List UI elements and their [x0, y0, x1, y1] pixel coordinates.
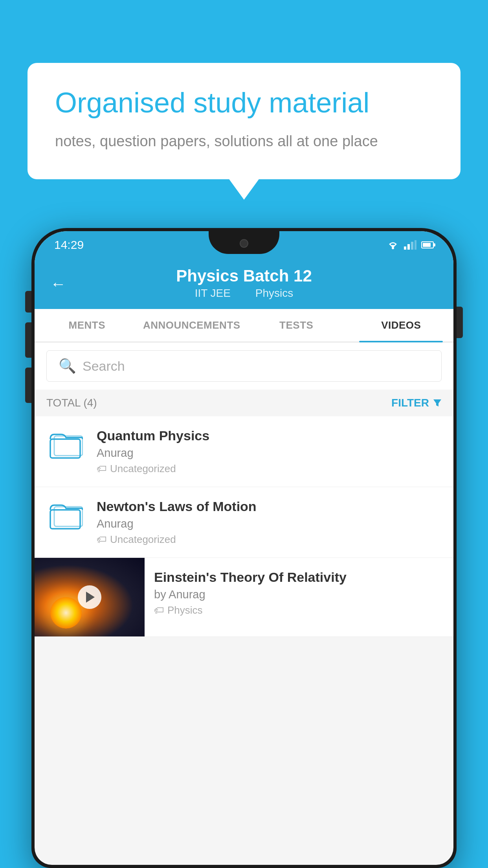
tag-label: Uncategorized — [110, 463, 176, 475]
tab-announcements[interactable]: ANNOUNCEMENTS — [139, 309, 244, 342]
video-author: Anurag — [97, 447, 442, 460]
folder-icon — [50, 430, 83, 459]
volume-down-button — [25, 368, 31, 403]
filter-button[interactable]: FILTER — [391, 397, 442, 409]
folder-icon-wrapper — [46, 428, 86, 459]
play-icon — [86, 592, 95, 603]
thumbnail-glow — [50, 597, 82, 629]
video-tag: 🏷 Physics — [154, 604, 446, 616]
total-count: TOTAL (4) — [46, 397, 97, 409]
svg-rect-4 — [415, 240, 416, 250]
batch-title: Physics Batch 12 — [176, 267, 312, 285]
video-info: Quantum Physics Anurag 🏷 Uncategorized — [97, 428, 442, 475]
tab-tests[interactable]: TESTS — [244, 309, 349, 342]
tab-videos[interactable]: VIDEOS — [349, 309, 454, 342]
tag-label: Uncategorized — [110, 533, 176, 546]
search-placeholder: Search — [83, 359, 125, 374]
speech-bubble: Organised study material notes, question… — [28, 63, 460, 179]
video-thumbnail — [35, 558, 145, 636]
wifi-icon — [387, 240, 399, 250]
filter-bar: TOTAL (4) FILTER — [35, 390, 453, 416]
bubble-subtitle: notes, question papers, solutions all at… — [55, 131, 433, 152]
promo-section: Organised study material notes, question… — [28, 63, 460, 179]
battery-icon — [421, 241, 434, 248]
filter-label: FILTER — [391, 397, 429, 409]
list-item[interactable]: Newton's Laws of Motion Anurag 🏷 Uncateg… — [35, 487, 453, 558]
video-title: Einstein's Theory Of Relativity — [154, 570, 446, 585]
svg-rect-1 — [404, 246, 406, 250]
video-list: Quantum Physics Anurag 🏷 Uncategorized — [35, 416, 453, 637]
batch-subtitle: IIT JEE Physics — [190, 287, 298, 300]
app-header: ← Physics Batch 12 IIT JEE Physics — [35, 259, 453, 309]
video-title: Newton's Laws of Motion — [97, 499, 442, 514]
video-title: Quantum Physics — [97, 428, 442, 443]
phone-screen: 14:29 — [35, 231, 453, 865]
svg-rect-2 — [407, 244, 410, 250]
tag-iit: IIT JEE — [195, 287, 231, 299]
list-item[interactable]: Quantum Physics Anurag 🏷 Uncategorized — [35, 416, 453, 487]
search-container: 🔍 Search — [35, 342, 453, 390]
tag-icon: 🏷 — [97, 533, 107, 546]
folder-icon — [50, 501, 83, 530]
tab-bar: MENTS ANNOUNCEMENTS TESTS VIDEOS — [35, 309, 453, 342]
signal-icon — [404, 240, 416, 250]
search-bar[interactable]: 🔍 Search — [46, 350, 442, 382]
video-author: Anurag — [97, 517, 442, 530]
svg-point-0 — [392, 247, 394, 249]
video-tag: 🏷 Uncategorized — [97, 463, 442, 475]
svg-rect-3 — [411, 242, 413, 250]
camera — [240, 239, 248, 248]
video-info: Newton's Laws of Motion Anurag 🏷 Uncateg… — [97, 499, 442, 546]
status-time: 14:29 — [54, 238, 84, 252]
phone-frame: 14:29 — [31, 228, 457, 868]
video-info: Einstein's Theory Of Relativity by Anura… — [145, 558, 453, 624]
video-tag: 🏷 Uncategorized — [97, 533, 442, 546]
status-bar: 14:29 — [35, 231, 453, 259]
list-item[interactable]: Einstein's Theory Of Relativity by Anura… — [35, 558, 453, 637]
power-button — [457, 307, 463, 338]
video-author: by Anurag — [154, 588, 446, 601]
folder-icon-wrapper — [46, 499, 86, 530]
bubble-title: Organised study material — [55, 86, 433, 119]
tab-ments[interactable]: MENTS — [35, 309, 139, 342]
volume-up-button — [25, 322, 31, 358]
status-icons — [387, 240, 434, 250]
back-button[interactable]: ← — [50, 275, 66, 293]
notch — [209, 231, 279, 254]
tag-physics: Physics — [255, 287, 293, 299]
search-icon: 🔍 — [59, 358, 76, 374]
tag-icon: 🏷 — [97, 463, 107, 475]
play-button[interactable] — [78, 585, 101, 609]
filter-icon — [433, 399, 442, 407]
mute-button — [25, 291, 31, 313]
tag-icon: 🏷 — [154, 604, 164, 616]
svg-marker-5 — [433, 399, 441, 406]
tag-label: Physics — [167, 604, 203, 616]
